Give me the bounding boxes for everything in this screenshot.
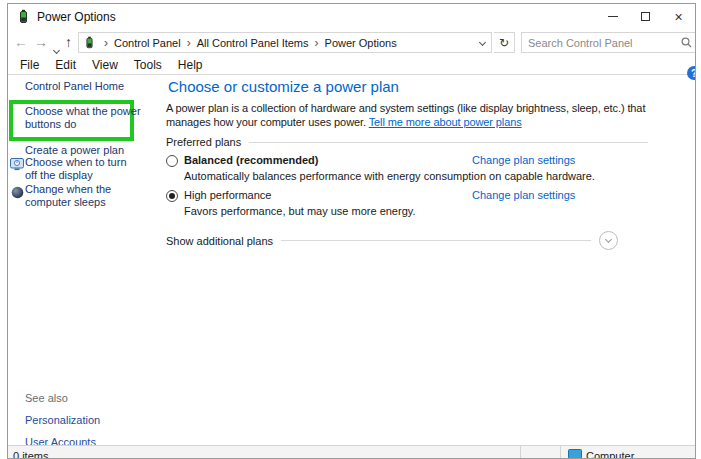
address-bar[interactable]: › Control Panel › All Control Panel Item… (78, 32, 492, 53)
preferred-plans-group: Preferred plans (166, 136, 648, 148)
plan-name-balanced[interactable]: Balanced (recommended) (184, 154, 318, 166)
refresh-icon: ↻ (499, 36, 509, 50)
close-button[interactable]: × (662, 4, 695, 29)
preferred-plans-label: Preferred plans (166, 136, 241, 148)
minimize-button[interactable] (596, 4, 629, 29)
intro-text: A power plan is a collection of hardware… (166, 101, 666, 129)
sidebar-item-personalization[interactable]: Personalization (25, 414, 100, 426)
show-additional-plans-label: Show additional plans (166, 235, 273, 247)
menu-tools[interactable]: Tools (126, 58, 170, 72)
menu-help[interactable]: Help (170, 58, 211, 72)
location-icon (83, 36, 96, 49)
sleep-icon (11, 185, 24, 203)
titlebar: Power Options × (8, 4, 695, 29)
plan-desc-high-performance: Favors performance, but may use more ene… (184, 205, 416, 217)
search-box (521, 32, 696, 53)
address-dropdown-icon[interactable] (473, 33, 491, 52)
items-count: 0 items (13, 450, 48, 459)
sidebar-item-turn-off-display[interactable]: Choose when to turn off the display (25, 156, 141, 182)
status-divider (520, 446, 521, 459)
close-icon: × (674, 10, 682, 24)
breadcrumb-separator-icon: › (104, 36, 108, 50)
tell-me-more-link[interactable]: Tell me more about power plans (369, 116, 522, 128)
status-divider (560, 446, 561, 459)
change-plan-settings-balanced-link[interactable]: Change plan settings (472, 154, 575, 166)
page-title: Choose or customize a power plan (168, 78, 399, 95)
sidebar-item-computer-sleeps[interactable]: Change when the computer sleeps (25, 183, 141, 209)
divider-line (281, 240, 591, 241)
computer-icon (568, 449, 582, 459)
breadcrumb: › Control Panel › All Control Panel Item… (79, 36, 473, 50)
power-options-window: Power Options × ← → ↑ › Control Pan (7, 3, 696, 459)
breadcrumb-separator-icon: › (315, 36, 319, 50)
up-button[interactable]: ↑ (65, 32, 72, 52)
radio-high-performance[interactable] (166, 190, 178, 202)
help-icon[interactable]: ? (687, 66, 696, 80)
expand-additional-plans-button[interactable] (599, 231, 618, 250)
plan-desc-balanced: Automatically balances performance with … (184, 170, 595, 182)
minimize-icon (608, 16, 618, 17)
window-title: Power Options (37, 10, 116, 24)
chevron-down-icon (605, 236, 612, 243)
status-zone-label: Computer (586, 450, 634, 459)
breadcrumb-separator-icon: › (187, 36, 191, 50)
sidebar-item-control-panel-home[interactable]: Control Panel Home (25, 80, 124, 92)
sidebar-item-create-plan[interactable]: Create a power plan (25, 144, 124, 156)
breadcrumb-item-all-items[interactable]: All Control Panel Items (197, 37, 309, 49)
menu-bar: File Edit View Tools Help (8, 56, 695, 75)
menu-file[interactable]: File (12, 58, 47, 72)
show-additional-plans-group: Show additional plans (166, 231, 618, 250)
forward-button[interactable]: → (34, 32, 48, 52)
display-icon (10, 157, 24, 175)
status-bar: 0 items Computer (8, 445, 695, 459)
sidebar-item-power-buttons[interactable]: Choose what the power buttons do (25, 105, 141, 131)
breadcrumb-item-control-panel[interactable]: Control Panel (114, 37, 181, 49)
search-icon[interactable] (676, 37, 696, 48)
maximize-icon (641, 12, 650, 21)
breadcrumb-item-power-options[interactable]: Power Options (325, 37, 397, 49)
menu-edit[interactable]: Edit (47, 58, 84, 72)
maximize-button[interactable] (629, 4, 662, 29)
menu-view[interactable]: View (84, 58, 126, 72)
refresh-button[interactable]: ↻ (494, 32, 515, 53)
radio-balanced[interactable] (166, 155, 178, 167)
history-dropdown-icon[interactable] (54, 39, 59, 57)
power-options-icon (16, 9, 31, 24)
navigation-bar: ← → ↑ › Control Panel › All Control Pane… (8, 29, 695, 56)
plan-name-high-performance[interactable]: High performance (184, 189, 271, 201)
divider-line (249, 142, 648, 143)
back-button[interactable]: ← (14, 32, 28, 52)
change-plan-settings-high-performance-link[interactable]: Change plan settings (472, 189, 575, 201)
search-input[interactable] (522, 37, 676, 49)
see-also-label: See also (25, 392, 68, 404)
